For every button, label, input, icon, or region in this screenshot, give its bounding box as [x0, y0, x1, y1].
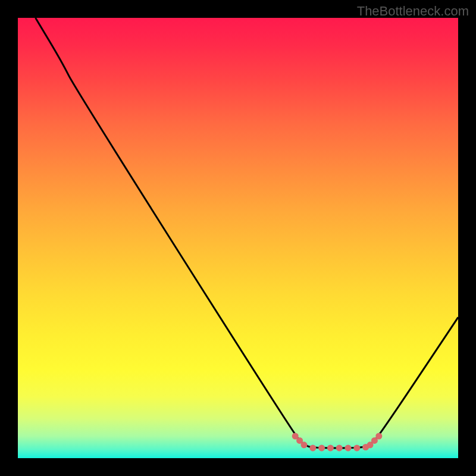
- chart-svg: [18, 18, 458, 458]
- optimal-range-marker: [327, 444, 334, 451]
- optimal-range-marker: [318, 444, 325, 451]
- watermark-text: TheBottleneck.com: [357, 4, 469, 19]
- optimal-range-marker: [353, 444, 360, 451]
- optimal-range-marker: [375, 433, 382, 440]
- bottleneck-curve: [36, 18, 458, 448]
- optimal-range-marker: [309, 444, 316, 451]
- optimal-range-marker: [336, 444, 343, 451]
- plot-area: [18, 18, 458, 458]
- optimal-range-marker: [345, 444, 352, 451]
- optimal-range-marker: [301, 441, 308, 448]
